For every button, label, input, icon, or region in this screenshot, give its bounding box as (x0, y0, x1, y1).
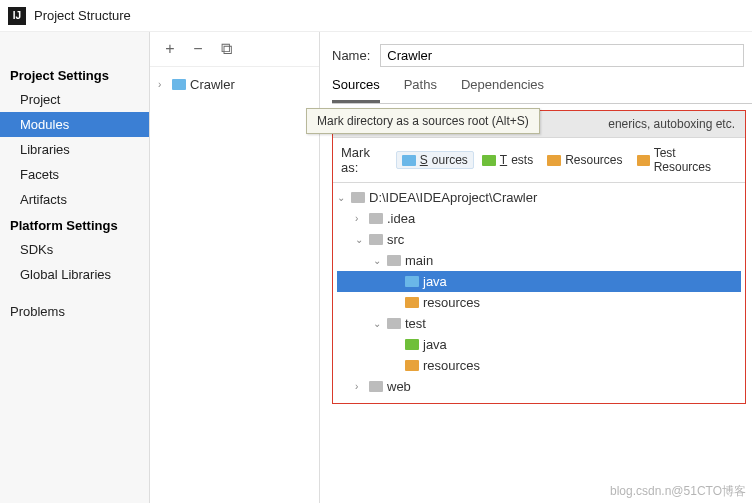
folder-icon (387, 318, 401, 329)
tree-test[interactable]: ⌄ test (337, 313, 741, 334)
sidebar-item-modules[interactable]: Modules (0, 112, 149, 137)
folder-green-icon (482, 155, 496, 166)
window-title: Project Structure (34, 8, 131, 23)
chevron-down-icon: ⌄ (373, 255, 383, 266)
watermark: blog.csdn.n@51CTO博客 (610, 483, 746, 500)
folder-green-icon (405, 339, 419, 350)
name-label: Name: (332, 48, 370, 63)
sidebar-heading-project: Project Settings (0, 62, 149, 87)
sidebar-item-libraries[interactable]: Libraries (0, 137, 149, 162)
tree-src[interactable]: ⌄ src (337, 229, 741, 250)
tree-main[interactable]: ⌄ main (337, 250, 741, 271)
folder-blue-icon (402, 155, 416, 166)
directory-tree: ⌄ D:\IDEA\IDEAproject\Crawler › .idea ⌄ … (333, 183, 745, 403)
chevron-down-icon: ⌄ (373, 318, 383, 329)
remove-button[interactable]: − (190, 40, 206, 58)
tree-root[interactable]: ⌄ D:\IDEA\IDEAproject\Crawler (337, 187, 741, 208)
mark-tests-button[interactable]: Tests (476, 151, 539, 169)
module-icon (172, 79, 186, 90)
folder-orange-icon (405, 360, 419, 371)
module-label: Crawler (190, 77, 235, 92)
details-panel: Name: Sources Paths Dependencies enerics… (320, 32, 752, 503)
tree-web[interactable]: › web (337, 376, 741, 397)
folder-icon (387, 255, 401, 266)
tab-paths[interactable]: Paths (404, 77, 437, 97)
chevron-right-icon: › (158, 79, 168, 90)
folder-blue-icon (405, 276, 419, 287)
folder-icon (369, 381, 383, 392)
chevron-down-icon: ⌄ (337, 192, 347, 203)
sources-panel-highlight: enerics, autoboxing etc. Mark as: Source… (332, 110, 746, 404)
tree-resources-main[interactable]: › resources (337, 292, 741, 313)
folder-orange-icon (405, 297, 419, 308)
sidebar-item-problems[interactable]: Problems (0, 299, 149, 324)
tree-resources-test[interactable]: › resources (337, 355, 741, 376)
folder-icon (369, 234, 383, 245)
sidebar-item-artifacts[interactable]: Artifacts (0, 187, 149, 212)
copy-button[interactable]: ⧉ (218, 40, 234, 58)
name-input[interactable] (380, 44, 744, 67)
sidebar-item-facets[interactable]: Facets (0, 162, 149, 187)
tab-dependencies[interactable]: Dependencies (461, 77, 544, 97)
mark-test-resources-button[interactable]: Test Resources (631, 144, 737, 176)
tree-java-test[interactable]: › java (337, 334, 741, 355)
tree-idea[interactable]: › .idea (337, 208, 741, 229)
sidebar-heading-platform: Platform Settings (0, 212, 149, 237)
folder-icon (369, 213, 383, 224)
sidebar-item-global-libraries[interactable]: Global Libraries (0, 262, 149, 287)
folder-icon (351, 192, 365, 203)
folder-orange-icon (547, 155, 561, 166)
mark-as-label: Mark as: (341, 145, 388, 175)
mark-sources-button[interactable]: Sources (396, 151, 474, 169)
tree-java-main[interactable]: › java (337, 271, 741, 292)
module-item-crawler[interactable]: › Crawler (150, 73, 319, 96)
sidebar: Project Settings Project Modules Librari… (0, 32, 150, 503)
add-button[interactable]: + (162, 40, 178, 58)
chevron-down-icon: ⌄ (355, 234, 365, 245)
app-icon: IJ (8, 7, 26, 25)
tooltip: Mark directory as a sources root (Alt+S) (306, 108, 540, 134)
module-panel: + − ⧉ › Crawler (150, 32, 320, 503)
sidebar-item-project[interactable]: Project (0, 87, 149, 112)
sidebar-item-sdks[interactable]: SDKs (0, 237, 149, 262)
chevron-right-icon: › (355, 213, 365, 224)
chevron-right-icon: › (355, 381, 365, 392)
mark-resources-button[interactable]: Resources (541, 151, 628, 169)
tab-sources[interactable]: Sources (332, 77, 380, 103)
folder-orange-icon (637, 155, 650, 166)
